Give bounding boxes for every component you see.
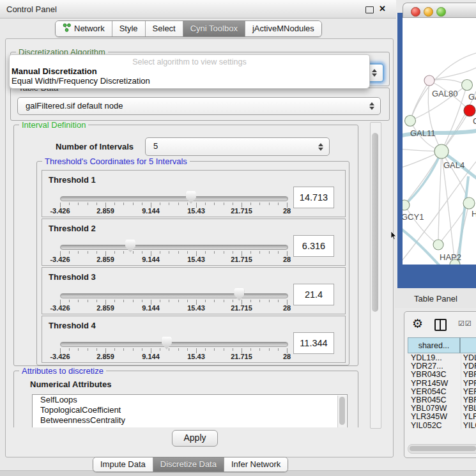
table-row[interactable]: YBR045CYBR0 bbox=[408, 395, 476, 404]
table-row[interactable]: YBR043CYBR0 bbox=[408, 370, 476, 378]
slider-tick-label: 2.859 bbox=[96, 353, 114, 360]
slider-tick bbox=[178, 300, 179, 302]
threshold-1-slider-track[interactable] bbox=[60, 196, 288, 201]
tab-cyni-toolbox[interactable]: Cyni Toolbox bbox=[183, 21, 245, 36]
slider-tick bbox=[123, 348, 124, 351]
network-node[interactable] bbox=[434, 144, 449, 158]
list-item[interactable]: SelfLoops bbox=[33, 395, 347, 405]
number-of-intervals-spinner[interactable]: 5 bbox=[145, 137, 330, 156]
cell[interactable]: YBR043C bbox=[408, 370, 461, 378]
column-header-shared-name[interactable]: shared... bbox=[408, 337, 460, 353]
close-traffic-light-icon[interactable] bbox=[411, 7, 420, 17]
slider-tick bbox=[160, 251, 160, 254]
network-node[interactable] bbox=[433, 240, 443, 250]
top-tab-bar: Network Style Select Cyni Toolbox jActiv… bbox=[55, 20, 322, 37]
tab-discretize-data[interactable]: Discretize Data bbox=[153, 457, 224, 472]
slider-tick bbox=[224, 300, 224, 302]
threshold-2-slider-track[interactable] bbox=[60, 245, 288, 250]
close-icon[interactable]: ✕ bbox=[379, 4, 386, 13]
slider-tick bbox=[88, 203, 88, 205]
settings-vertical-scrollbar[interactable] bbox=[370, 122, 381, 429]
slider-tick bbox=[259, 300, 260, 302]
cell[interactable]: YDR2 bbox=[461, 362, 476, 370]
threshold-3-value-field[interactable] bbox=[293, 284, 334, 305]
tab-style[interactable]: Style bbox=[112, 21, 145, 36]
slider-tick bbox=[133, 203, 134, 205]
column-checkboxes-icon[interactable]: ☑☑ bbox=[458, 319, 472, 328]
threshold-2-tick-labels: -3.4262.8599.14415.4321.71528 bbox=[60, 256, 287, 263]
network-node[interactable] bbox=[405, 116, 416, 127]
table-row[interactable]: YER054CYER0 bbox=[408, 387, 476, 395]
tab-jactivemnodules[interactable]: jActiveMNodules bbox=[245, 21, 321, 36]
cell[interactable]: YIL052C bbox=[408, 421, 461, 429]
tab-jactivemnodules-label: jActiveMNodules bbox=[252, 24, 314, 33]
threshold-4-slider-handle[interactable] bbox=[162, 337, 172, 349]
table-data-selected-value: galFiltered.sif default node bbox=[26, 101, 123, 111]
float-window-icon[interactable] bbox=[365, 6, 374, 13]
gear-icon[interactable]: ⚙ bbox=[412, 317, 423, 330]
cell[interactable]: YBR045C bbox=[408, 395, 461, 404]
cell[interactable]: YPR1 bbox=[461, 379, 476, 387]
threshold-3-slider-track[interactable] bbox=[60, 293, 288, 298]
threshold-1-value-field[interactable] bbox=[293, 187, 334, 208]
cell[interactable]: YDL19... bbox=[408, 353, 461, 362]
network-node[interactable] bbox=[462, 80, 473, 91]
table-row[interactable]: YBL079WYBL0 bbox=[408, 404, 476, 412]
cell[interactable]: YER054C bbox=[408, 387, 461, 395]
network-node[interactable] bbox=[424, 75, 434, 86]
threshold-1-slider-handle[interactable] bbox=[186, 191, 196, 204]
table-row[interactable]: YPR145WYPR1 bbox=[408, 379, 476, 387]
slider-tick bbox=[96, 251, 97, 254]
slider-tick bbox=[233, 203, 233, 205]
network-view-canvas[interactable]: GAL80GACGAL11GAL4GCY1HHAP2 bbox=[403, 18, 476, 265]
tab-select[interactable]: Select bbox=[145, 21, 183, 36]
cell[interactable]: YBR0 bbox=[461, 370, 476, 378]
cell[interactable]: YBL079W bbox=[408, 404, 461, 412]
slider-tick bbox=[233, 251, 233, 254]
zoom-traffic-light-icon[interactable] bbox=[436, 7, 446, 17]
network-node[interactable] bbox=[464, 105, 475, 116]
algorithm-option-manual[interactable]: Manual Discretization bbox=[12, 66, 97, 76]
table-row[interactable]: YIL052CYIL0 bbox=[408, 421, 476, 429]
slider-tick bbox=[114, 300, 115, 302]
table-panel-title: Table Panel bbox=[414, 294, 457, 303]
cell[interactable]: YLR345W bbox=[408, 412, 461, 420]
list-item[interactable]: TopologicalCoefficient bbox=[33, 405, 347, 415]
cell[interactable]: YIL0 bbox=[461, 421, 476, 429]
tab-impute-data[interactable]: Impute Data bbox=[93, 457, 153, 472]
cell[interactable]: YBL0 bbox=[461, 404, 476, 412]
threshold-3-slider-handle[interactable] bbox=[234, 288, 244, 301]
table-row[interactable]: YDL19...YDL1 bbox=[408, 353, 476, 362]
network-window-titlebar[interactable] bbox=[403, 3, 476, 18]
cell[interactable]: YDL1 bbox=[461, 353, 476, 362]
slider-tick bbox=[250, 203, 251, 205]
table-row[interactable]: YDR27...YDR2 bbox=[408, 362, 476, 370]
threshold-4-value-field[interactable] bbox=[293, 332, 334, 354]
slider-tick bbox=[96, 348, 97, 351]
table-row[interactable]: YLR345WYLR3 bbox=[408, 412, 476, 420]
list-item[interactable]: BetweennessCentrality bbox=[33, 415, 347, 426]
combo-arrows-icon bbox=[369, 102, 374, 110]
scrollbar-thumb[interactable] bbox=[410, 446, 476, 451]
tab-network[interactable]: Network bbox=[56, 21, 112, 36]
threshold-2-slider-handle[interactable] bbox=[125, 240, 135, 252]
column-header-name[interactable]: na bbox=[460, 337, 476, 353]
cell[interactable]: YER0 bbox=[461, 387, 476, 395]
scrollbar-thumb[interactable] bbox=[372, 133, 378, 312]
threshold-4-slider-track[interactable] bbox=[60, 342, 288, 347]
network-node[interactable] bbox=[403, 200, 410, 210]
cell[interactable]: YBR0 bbox=[461, 395, 476, 404]
algorithm-option-equal-width[interactable]: Equal Width/Frequency Discretization bbox=[12, 76, 150, 86]
cell[interactable]: YDR27... bbox=[408, 362, 461, 370]
tab-infer-network[interactable]: Infer Network bbox=[224, 457, 288, 472]
split-view-icon[interactable] bbox=[434, 319, 447, 331]
threshold-2-value-field[interactable] bbox=[293, 235, 334, 257]
cell[interactable]: YPR145W bbox=[408, 379, 461, 387]
table-horizontal-scrollbar[interactable] bbox=[408, 444, 476, 454]
apply-button[interactable]: Apply bbox=[172, 430, 218, 447]
attributes-list-scrollbar[interactable] bbox=[337, 395, 346, 427]
network-node[interactable] bbox=[463, 197, 475, 209]
cell[interactable]: YLR3 bbox=[461, 412, 476, 420]
table-data-select[interactable]: galFiltered.sif default node bbox=[17, 97, 381, 115]
minimize-traffic-light-icon[interactable] bbox=[424, 7, 433, 17]
